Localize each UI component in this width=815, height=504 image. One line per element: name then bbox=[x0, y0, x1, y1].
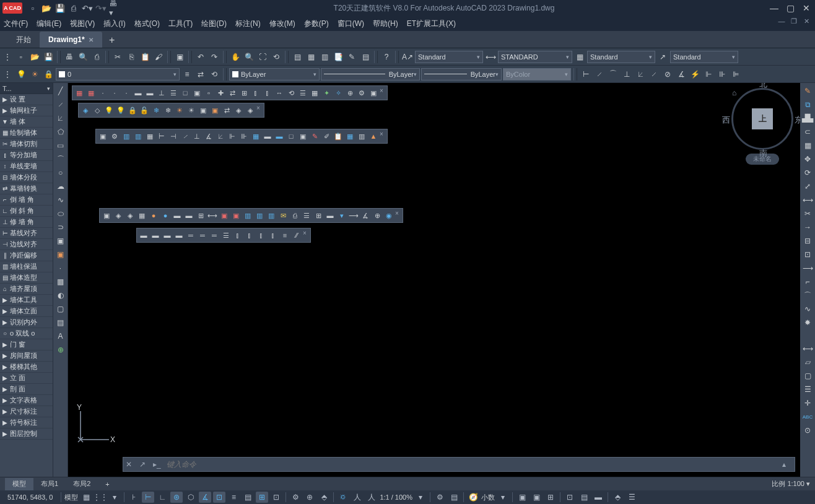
menu-help[interactable]: 帮助(H) bbox=[373, 19, 398, 29]
properties-icon[interactable]: ▤ bbox=[291, 51, 303, 63]
precision-label[interactable]: 小数 bbox=[481, 493, 495, 502]
cmd-close-icon[interactable]: ✕ bbox=[126, 460, 136, 469]
new-file-icon[interactable]: ▫ bbox=[15, 51, 27, 63]
plotstyle-combo[interactable]: ByColor▾ bbox=[503, 68, 571, 80]
ft-icon[interactable]: ▬ bbox=[138, 230, 149, 241]
point-icon[interactable]: · bbox=[54, 261, 68, 275]
ft-icon[interactable]: ⟷ bbox=[207, 210, 218, 221]
sc-icon[interactable]: ⊡ bbox=[270, 492, 282, 503]
ft-icon[interactable]: · bbox=[97, 87, 108, 98]
rectangle-icon[interactable]: ▭ bbox=[54, 139, 68, 152]
mtext-icon[interactable]: A bbox=[54, 329, 68, 343]
tab-drawing1[interactable]: Drawing1*✕ bbox=[40, 32, 102, 48]
ft-icon[interactable]: ▥ bbox=[356, 131, 367, 142]
gd3-icon[interactable]: ⊞ bbox=[544, 492, 557, 503]
copy-icon[interactable]: ⎘ bbox=[125, 51, 137, 63]
ft-icon[interactable]: ⊞ bbox=[238, 87, 250, 98]
rotate-icon[interactable]: ⟳ bbox=[801, 166, 814, 180]
table-style-combo[interactable]: Standard▾ bbox=[587, 51, 655, 63]
close-icon[interactable]: × bbox=[395, 210, 401, 221]
drawing-canvas[interactable]: ▦▦ ··· ▬▬⊥☰ □▣▫ ✚⇄⊞ ⫿⫿↔ ⟲☰▦ ✦✧⊕ ⚙▣ × ◈◇ … bbox=[68, 83, 800, 477]
ft-icon[interactable]: ☰ bbox=[168, 87, 179, 98]
ft-icon[interactable]: ▬ bbox=[150, 230, 161, 241]
block-icon[interactable]: ▣ bbox=[173, 51, 186, 63]
ft-icon[interactable]: ⎙ bbox=[289, 210, 300, 221]
gd-icon[interactable]: ▣ bbox=[516, 492, 528, 503]
snap-icon[interactable]: ⋮⋮ bbox=[94, 492, 107, 503]
ft-icon[interactable]: ⫿ bbox=[244, 230, 255, 241]
grip-icon[interactable]: ⋮ bbox=[1, 51, 14, 63]
units-icon[interactable]: ▤ bbox=[448, 492, 460, 503]
tangent-item[interactable]: ↕单线变墙 bbox=[0, 161, 53, 172]
ft-icon[interactable]: ⊢ bbox=[156, 131, 167, 142]
tangent-panel-header[interactable]: T...▾ bbox=[0, 83, 53, 94]
ft-icon[interactable]: ▣ bbox=[97, 131, 108, 142]
tangent-item[interactable]: ▶楼梯其他 bbox=[0, 362, 53, 373]
tangent-item[interactable]: ⫿等分加墙 bbox=[0, 150, 53, 161]
floating-toolbar-misc[interactable]: ▣◈◈ ▦●● ▬▬⊞ ⟷▣▣ ▥▥▥ ✉⎙☰ ⊞▬▾ ⟶∡⊕ ◉ × bbox=[99, 208, 403, 223]
ft-icon[interactable]: ⊥ bbox=[156, 87, 167, 98]
gd2-icon[interactable]: ▣ bbox=[530, 492, 543, 503]
ft-icon[interactable]: ◈ bbox=[233, 105, 244, 116]
linetype-combo[interactable]: ByLayer▾ bbox=[321, 68, 420, 80]
ft-icon[interactable]: ⫿ bbox=[232, 230, 243, 241]
ft-icon[interactable]: 🔓 bbox=[139, 105, 150, 116]
ft-icon[interactable]: ▬ bbox=[172, 210, 183, 221]
ft-icon[interactable]: ▣ bbox=[219, 210, 230, 221]
home-icon[interactable]: ⌂ bbox=[732, 89, 736, 97]
ft-icon[interactable]: ▣ bbox=[198, 105, 209, 116]
ft-icon[interactable]: ◇ bbox=[92, 105, 103, 116]
ft-icon[interactable]: ⫿ bbox=[268, 230, 279, 241]
cmd-expand-icon[interactable]: ▴ bbox=[782, 460, 792, 469]
ft-icon[interactable]: ⊕ bbox=[372, 210, 383, 221]
ft-icon[interactable]: ▦ bbox=[344, 131, 355, 142]
qp-icon[interactable]: ⊞ bbox=[256, 492, 268, 503]
ft-icon[interactable]: ∡ bbox=[203, 131, 214, 142]
save-file-icon[interactable]: 💾 bbox=[42, 51, 54, 63]
ft-icon[interactable]: ☰ bbox=[220, 230, 232, 241]
polyline-icon[interactable]: ⟀ bbox=[54, 111, 68, 125]
ws-switch-icon[interactable]: ⚙ bbox=[434, 492, 446, 503]
ft-icon[interactable]: ▬ bbox=[325, 210, 336, 221]
ft-icon[interactable]: ▦ bbox=[144, 131, 155, 142]
layer-freeze-icon[interactable]: ☀ bbox=[28, 68, 41, 80]
ft-icon[interactable]: ▥ bbox=[254, 210, 265, 221]
menu-insert[interactable]: 插入(I) bbox=[103, 19, 125, 29]
ft-icon[interactable]: ▬ bbox=[162, 230, 173, 241]
close-icon[interactable]: × bbox=[380, 131, 386, 142]
ws-icon[interactable]: ⚙ bbox=[289, 492, 302, 503]
anno-mon-icon[interactable]: ⊕ bbox=[303, 492, 316, 503]
ft-icon[interactable]: ⟀ bbox=[215, 131, 226, 142]
lineweight-combo[interactable]: ByLayer▾ bbox=[421, 68, 502, 80]
dim-arc-icon[interactable]: ⌒ bbox=[607, 68, 619, 80]
anno-scale-icon[interactable]: 人 bbox=[351, 492, 364, 503]
layer-manager-icon[interactable]: ≡ bbox=[181, 68, 193, 80]
tangent-item[interactable]: ▶设 置 bbox=[0, 94, 53, 105]
ft-icon[interactable]: ☀ bbox=[174, 105, 185, 116]
ft-icon[interactable]: ▣ bbox=[191, 87, 203, 98]
undo-icon[interactable]: ↶▾ bbox=[82, 2, 93, 14]
new-tab-button[interactable]: + bbox=[105, 33, 120, 48]
ft-icon[interactable]: ⊥ bbox=[191, 131, 203, 142]
tab-start[interactable]: 开始 bbox=[7, 32, 40, 48]
dim-continue-icon[interactable]: ⊪ bbox=[716, 68, 728, 80]
matchprop-icon[interactable]: 🖌 bbox=[152, 51, 165, 63]
help-icon[interactable]: ? bbox=[380, 51, 393, 63]
view-cube[interactable]: ⌂ 上 北 南 西 东 未命名 bbox=[728, 88, 796, 175]
table-icon[interactable]: ▤ bbox=[54, 316, 68, 329]
ft-icon[interactable]: ⁄⁄ bbox=[291, 230, 302, 241]
viewcube-west[interactable]: 西 bbox=[722, 115, 730, 126]
chamfer-icon[interactable]: ⌐ bbox=[801, 275, 814, 289]
viewcube-top-face[interactable]: 上 bbox=[752, 108, 773, 129]
ft-icon[interactable]: ⊕ bbox=[344, 87, 355, 98]
dim-linear-icon[interactable]: ⊢ bbox=[580, 68, 592, 80]
ft-icon[interactable]: ▣ bbox=[230, 210, 242, 221]
layout-add-button[interactable]: + bbox=[98, 478, 116, 490]
layout-tab-1[interactable]: 布局1 bbox=[33, 478, 66, 490]
tangent-item[interactable]: ⌐倒 墙 角 bbox=[0, 194, 53, 206]
calc-icon[interactable]: ▤ bbox=[359, 51, 372, 63]
ft-icon[interactable]: ═ bbox=[185, 230, 196, 241]
dimstyle-icon[interactable]: ⟷ bbox=[484, 51, 497, 63]
extend-icon[interactable]: → bbox=[801, 220, 814, 234]
ft-icon[interactable]: ▥ bbox=[121, 131, 132, 142]
